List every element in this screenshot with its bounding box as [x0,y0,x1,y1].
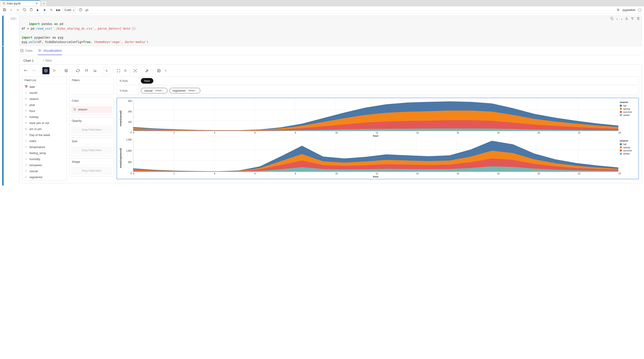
shape-shelf[interactable]: Shape Drop Field Here [69,158,114,176]
field-item-registered[interactable]: #registered [22,174,66,180]
svg-rect-0 [24,9,26,11]
delete-cell-icon[interactable] [637,17,640,21]
tab-visualization[interactable]: Visualization [38,49,62,55]
shape-dropzone[interactable]: Drop Field Here [71,167,112,174]
move-up-icon[interactable]: ↑ [616,17,618,21]
command-history-icon[interactable] [79,8,82,12]
fullscreen-settings-icon[interactable] [124,67,127,74]
insert-above-icon[interactable] [625,17,628,21]
remove-color-icon[interactable] [73,108,76,111]
undo-icon[interactable] [22,67,29,74]
field-item-year[interactable]: 🗎year [22,102,66,108]
sort-desc-icon[interactable] [91,67,98,74]
svg-rect-6 [631,18,633,18]
field-item-hour[interactable]: #hour [22,108,66,114]
x-axis-pill-hour[interactable]: hour [141,78,153,84]
opacity-shelf[interactable]: Opacity Drop Field Here [69,117,114,135]
x-axis-shelf[interactable]: X-Axis hour [116,77,639,85]
tab-data[interactable]: Data [20,49,32,55]
chart-canvas[interactable]: mean(casual) 3002001000 0246810121416182… [116,98,639,179]
restart-icon[interactable]: ↻ [50,8,53,12]
tab-visualization-label: Visualization [43,49,62,52]
agg-select-registered[interactable]: mean [188,89,197,92]
database-icon [20,49,24,52]
color-field-pill[interactable]: season [71,106,112,113]
hash-icon: # [24,133,28,136]
field-item-humidity[interactable]: #humidity [22,156,66,162]
field-item-work-yes-or-not[interactable]: 🗎work yes or not [22,120,66,126]
pygwalker-toolbar [22,67,639,74]
date-icon: 📅 [24,85,28,88]
save-icon[interactable] [3,8,6,12]
copy-icon[interactable] [23,8,26,12]
pygwalker-top-tabs: Data Visualization [19,46,642,55]
refresh-icon[interactable] [74,67,82,74]
image-export-icon[interactable] [155,67,162,74]
sort-asc-icon[interactable] [83,67,90,74]
wrench-icon[interactable] [144,67,151,74]
new-chart-tab[interactable]: + New [39,57,56,64]
layers-icon[interactable] [62,67,70,74]
chart-casual: mean(casual) 3002001000 0246810121416182… [118,100,638,137]
field-item-am-or-pm[interactable]: 🗎am or pm [22,126,66,132]
paste-icon[interactable] [30,8,33,12]
fullscreen-icon[interactable] [115,67,122,74]
bug-icon[interactable] [616,8,620,12]
svg-rect-4 [612,18,613,20]
hash-icon: # [24,139,28,143]
field-item-casual[interactable]: #casual [22,168,66,174]
field-item-season[interactable]: 🗎season [22,96,66,102]
field-item-date[interactable]: 📅date [22,84,66,90]
new-tab-button[interactable]: + [41,1,47,6]
field-item-temperature[interactable]: #temperature [22,144,66,150]
run-icon[interactable]: ▶ [36,8,40,12]
doc-icon: 🗎 [24,103,28,106]
focus-icon[interactable] [132,67,139,74]
doc-icon: 🗎 [24,121,28,124]
hash-icon: # [24,91,28,94]
file-tab-main[interactable]: main.ipynb ✕ [0,0,40,6]
cell-editor[interactable]: ↑ ↓ import pandas as pd df = pd.read_csv… [19,16,642,46]
hash-icon: # [24,157,28,161]
cursor-select-icon[interactable] [51,67,58,74]
size-shelf[interactable]: Size Drop Field Here [69,138,114,156]
y-axis-shelf[interactable]: Y-Axis casual mean registered mean [116,87,639,95]
move-down-icon[interactable]: ↓ [620,17,622,21]
field-item-Day-of-the-week[interactable]: #Day of the week [22,132,66,138]
redo-icon[interactable] [30,67,38,74]
git-label[interactable]: git [85,8,88,12]
export-settings-icon[interactable] [164,67,167,74]
insert-below-icon[interactable] [631,17,634,21]
kernel-status-icon[interactable] [638,9,641,12]
cube-3d-icon[interactable] [42,67,50,74]
y-axis-pill-registered[interactable]: registered mean [169,88,200,93]
field-list-panel: Field List 📅date#month🗎season🗎year#hour🗎… [22,77,67,180]
svg-point-7 [20,49,23,50]
casual-area-chart [133,100,618,131]
add-cell-icon[interactable]: + [9,8,13,12]
stop-icon[interactable]: ■ [43,8,46,12]
opacity-dropzone[interactable]: Drop Field Here [71,126,112,133]
kernel-name[interactable]: pygwalker [622,8,636,12]
color-shelf[interactable]: Color season [69,97,114,115]
filters-shelf[interactable]: Filters [69,77,114,95]
chart-tab-1[interactable]: Chart 1 [19,57,38,64]
cell-type-select[interactable]: Code [63,8,76,12]
duplicate-cell-icon[interactable] [610,17,614,21]
field-item-feeling_temp[interactable]: #feeling_temp [22,150,66,156]
field-item-holiday[interactable]: 🗎holiday [22,114,66,120]
code-cell[interactable]: [3]: ↑ ↓ import pandas as pd df = pd.rea… [2,16,642,46]
field-item-month[interactable]: #month [22,90,66,96]
close-icon[interactable]: ✕ [36,2,38,5]
agg-select-casual[interactable]: mean [155,89,164,92]
transpose-icon[interactable] [103,67,110,74]
chart-registered: mean(registered) 1,5001,0005000 02468101… [118,139,638,178]
y-axis-pill-casual[interactable]: casual mean [141,88,168,93]
run-all-icon[interactable]: ▶▶ [56,8,60,12]
chart-tabs: Chart 1 + New [19,57,642,64]
svg-rect-1 [31,8,32,9]
field-item-index[interactable]: #index [22,138,66,144]
cut-icon[interactable]: ✂ [16,8,20,12]
size-dropzone[interactable]: Drop Field Here [71,147,112,154]
field-item-winspeed[interactable]: #winspeed [22,162,66,168]
